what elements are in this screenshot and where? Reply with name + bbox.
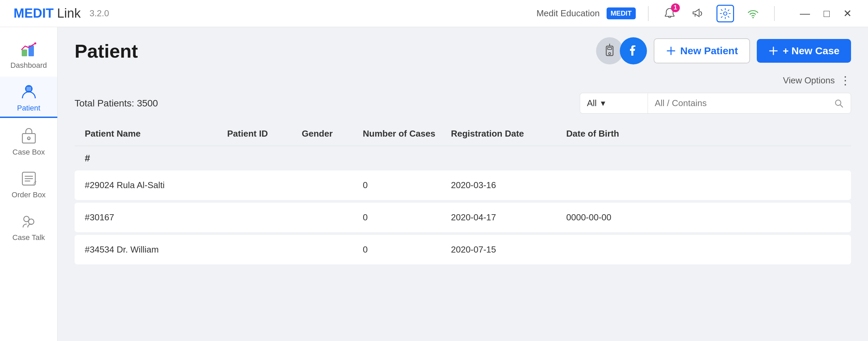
sidebar-item-casetalk[interactable]: Case Talk xyxy=(0,206,57,246)
megaphone-button[interactable] xyxy=(689,5,706,22)
logo-link: Link xyxy=(57,6,81,21)
content-area: Patient xyxy=(58,27,868,341)
settings-icon xyxy=(719,7,732,20)
row-num-cases: 0 xyxy=(363,180,451,190)
view-options-label[interactable]: View Options xyxy=(783,75,835,86)
row-patient-name: #29024 Rula Al-Salti xyxy=(85,180,227,190)
divider xyxy=(648,6,649,21)
svg-rect-9 xyxy=(28,138,30,140)
sidebar-item-casebox[interactable]: Case Box xyxy=(0,121,57,161)
dashboard-icon xyxy=(20,40,38,58)
casetalk-icon xyxy=(20,212,38,230)
device-icon-button[interactable] xyxy=(596,37,623,64)
row-dob: 0000-00-00 xyxy=(566,212,675,223)
close-button[interactable]: ✕ xyxy=(841,7,854,20)
org-name-label: Medit Education xyxy=(536,8,599,19)
new-patient-button[interactable]: New Patient xyxy=(654,38,750,63)
col-extra xyxy=(675,128,841,139)
divider2 xyxy=(774,6,775,21)
svg-rect-18 xyxy=(608,47,612,49)
app-logo: MEDIT Link 3.2.0 xyxy=(14,6,109,21)
row-reg-date: 2020-04-17 xyxy=(451,212,566,223)
svg-point-19 xyxy=(609,53,611,55)
header-actions: New Patient + New Case xyxy=(596,37,851,64)
page-title: Patient xyxy=(75,40,138,62)
row-patient-name: #30167 xyxy=(85,212,227,223)
table-section-header: # xyxy=(75,146,851,170)
sidebar-item-dashboard[interactable]: Dashboard xyxy=(0,34,57,74)
total-patients-label: Total Patients: 3500 xyxy=(75,98,158,109)
col-gender: Gender xyxy=(302,128,363,139)
svg-point-16 xyxy=(28,219,34,224)
filter-select-value: All xyxy=(587,98,597,108)
col-num-cases: Number of Cases xyxy=(363,128,451,139)
title-bar: MEDIT Link 3.2.0 Medit Education MEDIT 1 xyxy=(0,0,868,27)
main-layout: Dashboard Patient Case Box xyxy=(0,27,868,341)
data-table: Patient Name Patient ID Gender Number of… xyxy=(75,122,851,334)
sidebar-item-orderbox-label: Order Box xyxy=(12,190,45,199)
table-area: Total Patients: 3500 All ▾ xyxy=(58,89,868,341)
table-row[interactable]: #30167 0 2020-04-17 0000-00-00 xyxy=(75,203,851,232)
filter-row: Total Patients: 3500 All ▾ xyxy=(75,93,851,114)
view-options-row: View Options ⋮ xyxy=(58,71,868,89)
col-patient-name: Patient Name xyxy=(85,128,227,139)
row-reg-date: 2020-03-16 xyxy=(451,180,566,190)
row-num-cases: 0 xyxy=(363,212,451,223)
col-reg-date: Registration Date xyxy=(451,128,566,139)
new-patient-label: New Patient xyxy=(680,45,738,57)
title-bar-center: Medit Education MEDIT 1 xyxy=(536,5,854,22)
col-patient-id: Patient ID xyxy=(227,128,302,139)
minimize-button[interactable]: — xyxy=(797,7,813,20)
facebook-icon xyxy=(625,42,642,60)
sidebar-item-patient-label: Patient xyxy=(17,104,40,113)
logo-medit: MEDIT xyxy=(14,6,54,21)
view-options-menu-button[interactable]: ⋮ xyxy=(840,75,851,86)
search-icon xyxy=(834,98,844,108)
row-reg-date: 2020-07-15 xyxy=(451,244,566,255)
notification-button[interactable]: 1 xyxy=(661,5,678,22)
app-version: 3.2.0 xyxy=(90,8,109,19)
svg-rect-2 xyxy=(22,49,27,56)
sidebar-item-patient[interactable]: Patient xyxy=(0,77,57,118)
device-icon xyxy=(601,43,618,59)
casebox-icon xyxy=(20,127,38,145)
table-row[interactable]: #29024 Rula Al-Salti 0 2020-03-16 xyxy=(75,170,851,200)
filter-search-box xyxy=(648,93,851,114)
sidebar-item-orderbox[interactable]: Order Box xyxy=(0,163,57,203)
filter-controls: All ▾ xyxy=(580,93,851,114)
row-patient-name: #34534 Dr. William xyxy=(85,244,227,255)
settings-button[interactable] xyxy=(716,5,734,22)
sidebar-item-dashboard-label: Dashboard xyxy=(11,61,47,70)
title-bar-icons: 1 xyxy=(661,5,762,22)
content-header: Patient xyxy=(58,27,868,71)
svg-line-27 xyxy=(840,105,843,107)
new-case-button[interactable]: + New Case xyxy=(757,39,851,63)
sidebar: Dashboard Patient Case Box xyxy=(0,27,58,341)
search-input[interactable] xyxy=(655,98,830,108)
orderbox-icon xyxy=(20,169,38,188)
svg-point-1 xyxy=(752,17,754,18)
wifi-button[interactable] xyxy=(744,5,762,22)
section-symbol: # xyxy=(85,153,90,163)
megaphone-icon xyxy=(691,7,704,20)
patient-icon xyxy=(20,83,38,101)
row-num-cases: 0 xyxy=(363,244,451,255)
plus-icon-case xyxy=(768,46,778,56)
table-row[interactable]: #34534 Dr. William 0 2020-07-15 xyxy=(75,235,851,264)
notification-count: 1 xyxy=(671,3,680,12)
wifi-icon xyxy=(747,7,760,20)
filter-select-dropdown[interactable]: All ▾ xyxy=(580,93,648,114)
svg-point-0 xyxy=(724,12,727,15)
svg-rect-6 xyxy=(26,87,31,91)
new-case-label: + New Case xyxy=(783,45,840,57)
svg-point-4 xyxy=(34,42,36,44)
facebook-icon-button[interactable] xyxy=(620,37,647,64)
table-header: Patient Name Patient ID Gender Number of… xyxy=(75,122,851,146)
col-dob: Date of Birth xyxy=(566,128,675,139)
org-badge: MEDIT xyxy=(607,7,636,19)
plus-icon xyxy=(666,46,676,56)
chevron-down-icon: ▾ xyxy=(601,98,605,108)
maximize-button[interactable]: □ xyxy=(821,7,832,20)
window-controls: — □ ✕ xyxy=(797,7,854,20)
toolbar-icon-group xyxy=(596,37,647,64)
